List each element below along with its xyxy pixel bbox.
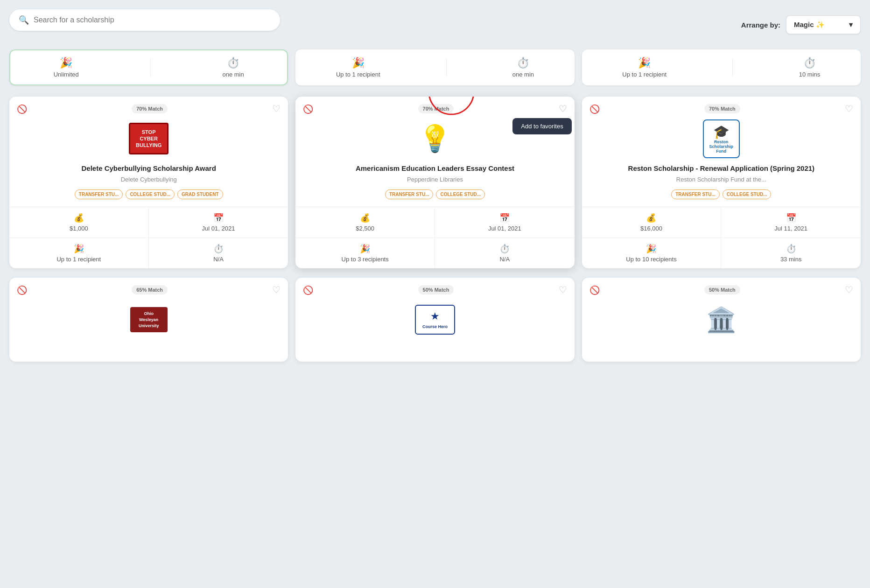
tag-college-3: COLLEGE STUD... xyxy=(723,189,772,199)
clock-icon: ⏱️ xyxy=(227,57,239,69)
card-3-deadline-cell: 📅 Jul 11, 2021 xyxy=(721,207,861,238)
card-2-tags: TRANSFER STU... COLLEGE STUD... xyxy=(303,189,567,199)
favorite-button-1[interactable]: ♡ xyxy=(272,104,281,113)
bottom-cards-grid: 🚫 65% Match ♡ OhioWesleyanUniversity 🚫 5… xyxy=(9,278,861,362)
card-2-amount: $2,500 xyxy=(356,225,374,232)
card-2-title: Americanism Education Leaders Essay Cont… xyxy=(303,164,567,173)
party-icon-card-3: 🎉 xyxy=(646,244,656,254)
card-6-top: 🚫 50% Match ♡ 🏛️ xyxy=(582,278,861,350)
cyber-logo: STOPCYBERBULLYING xyxy=(129,123,168,155)
scholarship-card-2[interactable]: 🚫 70% Match ♡ Add to favorites 💡 America… xyxy=(295,97,574,268)
money-bag-icon-3: 💰 xyxy=(646,213,656,223)
tag-college-2: COLLEGE STUD... xyxy=(436,189,485,199)
card-2-deadline: Jul 01, 2021 xyxy=(488,225,521,232)
heart-with-tooltip: ♡ Add to favorites xyxy=(559,104,567,114)
tag-transfer-2: TRANSFER STU... xyxy=(385,189,434,199)
card-2-amount-cell: 💰 $2,500 xyxy=(295,207,435,238)
top-card-3-time-label: 10 mins xyxy=(799,71,821,78)
star-icon: ★ xyxy=(430,310,440,322)
money-bag-icon-2: 💰 xyxy=(360,213,370,223)
card-1-deadline: Jul 01, 2021 xyxy=(202,225,235,232)
tag-college-1: COLLEGE STUD... xyxy=(126,189,175,199)
card-1-logo: STOPCYBERBULLYING xyxy=(17,120,281,157)
card-3-header: 🚫 70% Match ♡ xyxy=(589,104,853,114)
card-3-title: Reston Scholarship - Renewal Application… xyxy=(589,164,853,173)
ohio-logo: OhioWesleyanUniversity xyxy=(130,307,168,332)
top-cards-section: 🎉 Unlimited ⏱️ one min 🎉 Up to 1 recipie… xyxy=(9,49,861,85)
party-icon-card-2: 🎉 xyxy=(360,244,370,254)
card-2-recipients: Up to 3 recipients xyxy=(342,256,389,263)
top-card-2-recipients: 🎉 Up to 1 recipient xyxy=(336,57,380,78)
top-card-3-recipients: 🎉 Up to 1 recipient xyxy=(622,57,667,78)
header-row: 🔍 Arrange by: Magic ✨ ▾ xyxy=(9,9,861,40)
card-1-deadline-cell: 📅 Jul 01, 2021 xyxy=(149,207,288,238)
card-3-tags: TRANSFER STU... COLLEGE STUD... xyxy=(589,189,853,199)
card-2-deadline-cell: 📅 Jul 01, 2021 xyxy=(435,207,575,238)
card-1-recipients-cell: 🎉 Up to 1 recipient xyxy=(9,238,149,268)
arrange-by-section: Arrange by: Magic ✨ ▾ xyxy=(741,15,861,34)
card-3-match: 70% Match xyxy=(704,104,740,113)
divider xyxy=(150,58,151,77)
card-3-bottom: 💰 $16,000 📅 Jul 11, 2021 🎉 Up to 10 reci… xyxy=(582,207,861,268)
card-5-header: 🚫 50% Match ♡ xyxy=(303,285,567,295)
card-3-deadline: Jul 11, 2021 xyxy=(774,225,807,232)
calendar-icon-3: 📅 xyxy=(786,213,796,223)
party-icon-2: 🎉 xyxy=(352,57,365,69)
search-input[interactable] xyxy=(34,16,271,24)
card-1-match: 70% Match xyxy=(132,104,168,113)
top-card-2-time: ⏱️ one min xyxy=(512,57,534,78)
top-card-3[interactable]: 🎉 Up to 1 recipient ⏱️ 10 mins xyxy=(582,49,861,85)
card-3-recipients-cell: 🎉 Up to 10 recipients xyxy=(582,238,722,268)
card-3-bottom-row-1: 💰 $16,000 📅 Jul 11, 2021 xyxy=(582,207,861,238)
graduation-icon: 🎓 xyxy=(713,124,730,140)
favorite-button-5[interactable]: ♡ xyxy=(559,285,567,294)
eye-off-icon-5[interactable]: 🚫 xyxy=(303,285,313,295)
clock-icon-card-2: ⏱️ xyxy=(499,244,510,254)
scholarship-card-4[interactable]: 🚫 65% Match ♡ OhioWesleyanUniversity xyxy=(9,278,288,362)
calendar-icon-1: 📅 xyxy=(213,213,224,223)
eye-off-icon-1[interactable]: 🚫 xyxy=(17,104,27,114)
card-4-header: 🚫 65% Match ♡ xyxy=(17,285,281,295)
top-card-1-time-label: one min xyxy=(222,71,244,78)
card-1-bottom: 💰 $1,000 📅 Jul 01, 2021 🎉 Up to 1 recipi… xyxy=(9,207,288,268)
scholarship-card-1[interactable]: 🚫 70% Match ♡ STOPCYBERBULLYING Delete C… xyxy=(9,97,288,268)
eye-off-icon-2[interactable]: 🚫 xyxy=(303,104,313,114)
divider-2 xyxy=(446,58,447,77)
card-1-header: 🚫 70% Match ♡ xyxy=(17,104,281,114)
eye-off-icon-6[interactable]: 🚫 xyxy=(589,285,600,295)
scholarship-card-3[interactable]: 🚫 70% Match ♡ 🎓 RestonScholarshipFund Re… xyxy=(582,97,861,268)
eye-off-icon-4[interactable]: 🚫 xyxy=(17,285,27,295)
top-card-2[interactable]: 🎉 Up to 1 recipient ⏱️ one min xyxy=(295,49,574,85)
top-card-2-label: Up to 1 recipient xyxy=(336,71,380,78)
top-card-3-label: Up to 1 recipient xyxy=(622,71,667,78)
card-1-amount-cell: 💰 $1,000 xyxy=(9,207,149,238)
scholarships-grid: 🚫 70% Match ♡ STOPCYBERBULLYING Delete C… xyxy=(9,97,861,268)
building-icon: 🏛️ xyxy=(706,306,737,334)
favorite-button-4[interactable]: ♡ xyxy=(272,285,281,294)
card-2-bottom-row-1: 💰 $2,500 📅 Jul 01, 2021 xyxy=(295,207,574,238)
card-4-top: 🚫 65% Match ♡ OhioWesleyanUniversity xyxy=(9,278,288,350)
card-2-recipients-cell: 🎉 Up to 3 recipients xyxy=(295,238,435,268)
top-card-1[interactable]: 🎉 Unlimited ⏱️ one min xyxy=(9,49,288,85)
arrange-by-value: Magic ✨ xyxy=(794,21,825,29)
card-3-logo: 🎓 RestonScholarshipFund xyxy=(589,120,853,157)
card-2-match: 70% Match xyxy=(418,104,454,113)
eye-off-icon-3[interactable]: 🚫 xyxy=(589,104,600,114)
scholarship-card-5[interactable]: 🚫 50% Match ♡ ★ Course Hero xyxy=(295,278,574,362)
divider-3 xyxy=(732,58,733,77)
card-1-title: Delete Cyberbullying Scholarship Award xyxy=(17,164,281,173)
card-2-org: Pepperdine Libraries xyxy=(303,176,567,183)
top-card-1-recipients: 🎉 Unlimited xyxy=(54,57,79,78)
chevron-down-icon: ▾ xyxy=(849,21,853,29)
card-3-top: 🚫 70% Match ♡ 🎓 RestonScholarshipFund Re… xyxy=(582,97,861,207)
favorite-button-2[interactable]: ♡ xyxy=(559,104,567,113)
favorite-button-3[interactable]: ♡ xyxy=(845,104,853,113)
add-to-favorites-tooltip: Add to favorites xyxy=(512,118,571,134)
scholarship-card-6[interactable]: 🚫 50% Match ♡ 🏛️ xyxy=(582,278,861,362)
arrange-by-select[interactable]: Magic ✨ ▾ xyxy=(786,15,861,34)
card-5-top: 🚫 50% Match ♡ ★ Course Hero xyxy=(295,278,574,350)
party-icon-3: 🎉 xyxy=(638,57,651,69)
card-4-match: 65% Match xyxy=(132,285,168,294)
favorite-button-6[interactable]: ♡ xyxy=(845,285,853,294)
card-2-bottom: 💰 $2,500 📅 Jul 01, 2021 🎉 Up to 3 recipi… xyxy=(295,207,574,268)
